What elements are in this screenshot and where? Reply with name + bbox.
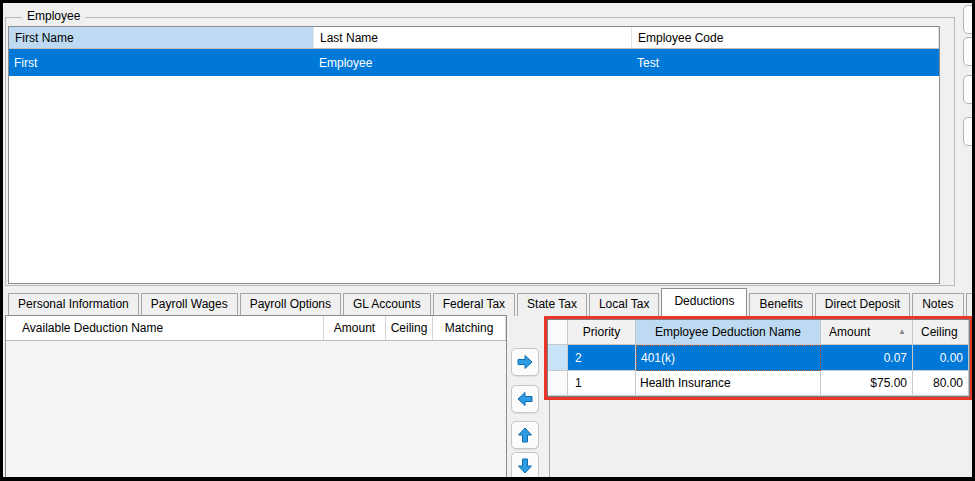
employee-list: First Name Last Name Employee Code First… (8, 26, 940, 284)
employee-deductions-grid: Priority Employee Deduction Name Amount … (547, 319, 970, 397)
tab-payroll-options[interactable]: Payroll Options (240, 293, 341, 316)
arrow-left-icon (515, 389, 535, 409)
employee-last-name-cell[interactable]: Employee (314, 49, 632, 76)
payroll-employee-window: Employee First Name Last Name Employee C… (0, 0, 975, 481)
column-header-avail-ceiling[interactable]: Ceiling (386, 316, 433, 340)
tab-direct-deposit[interactable]: Direct Deposit (815, 293, 910, 316)
row-selector[interactable] (548, 371, 568, 396)
side-button-3[interactable] (963, 75, 975, 104)
arrow-up-icon (515, 425, 535, 445)
move-left-button[interactable] (511, 385, 539, 413)
amount-header-label: Amount (829, 325, 870, 339)
tab-checks[interactable]: Checks (966, 293, 975, 316)
ceiling-cell[interactable]: 0.00 (913, 345, 969, 371)
column-header-avail-matching[interactable]: Matching (433, 316, 506, 340)
column-header-avail-amount[interactable]: Amount (324, 316, 386, 340)
tab-state-tax[interactable]: State Tax (517, 293, 587, 316)
grid-corner-cell[interactable] (548, 320, 568, 345)
amount-cell[interactable]: $75.00 (821, 371, 913, 396)
priority-cell[interactable]: 2 (568, 345, 636, 371)
move-down-button[interactable] (511, 452, 539, 480)
employee-first-name-cell[interactable]: First (9, 49, 314, 76)
column-header-employee-code[interactable]: Employee Code (632, 27, 939, 48)
column-header-deduction-name[interactable]: Employee Deduction Name (636, 320, 821, 345)
available-deductions-header: Available Deduction Name Amount Ceiling … (6, 316, 506, 341)
tab-personal-information[interactable]: Personal Information (8, 293, 139, 316)
tab-federal-tax[interactable]: Federal Tax (433, 293, 515, 316)
move-right-button[interactable] (511, 348, 539, 376)
employee-list-header: First Name Last Name Employee Code (9, 27, 939, 49)
deduction-name-cell[interactable]: 401(k) (636, 345, 821, 371)
column-header-last-name[interactable]: Last Name (314, 27, 632, 48)
tab-local-tax[interactable]: Local Tax (589, 293, 659, 316)
side-button-4[interactable] (963, 117, 975, 146)
grid-left-border-extension (549, 399, 550, 480)
available-deductions-body[interactable] (6, 341, 506, 481)
employee-groupbox-label: Employee (22, 9, 85, 24)
side-button-2[interactable] (963, 37, 975, 66)
tab-strip: Personal Information Payroll Wages Payro… (8, 288, 975, 316)
available-deductions-list: Available Deduction Name Amount Ceiling … (5, 315, 507, 481)
tab-gl-accounts[interactable]: GL Accounts (343, 293, 431, 316)
sort-asc-icon: ▲ (898, 328, 906, 336)
side-button-1[interactable] (963, 5, 975, 34)
column-header-available-deduction-name[interactable]: Available Deduction Name (6, 316, 324, 340)
tab-notes[interactable]: Notes (912, 293, 963, 316)
employee-row[interactable]: First Employee Test (9, 49, 939, 76)
arrow-right-icon (515, 352, 535, 372)
row-selector[interactable] (548, 345, 568, 371)
column-header-ceiling[interactable]: Ceiling (913, 320, 969, 345)
amount-cell[interactable]: 0.07 (821, 345, 913, 371)
tab-deductions[interactable]: Deductions (661, 288, 747, 316)
column-header-first-name[interactable]: First Name (9, 27, 314, 48)
move-up-button[interactable] (511, 421, 539, 449)
column-header-priority[interactable]: Priority (568, 320, 636, 345)
tab-payroll-wages[interactable]: Payroll Wages (141, 293, 238, 316)
ceiling-cell[interactable]: 80.00 (913, 371, 969, 396)
tab-benefits[interactable]: Benefits (749, 293, 812, 316)
column-header-amount[interactable]: Amount ▲ (821, 320, 913, 345)
deduction-name-cell[interactable]: Health Insurance (636, 371, 821, 396)
arrow-down-icon (515, 456, 535, 476)
priority-cell[interactable]: 1 (568, 371, 636, 396)
deductions-grid-highlight: Priority Employee Deduction Name Amount … (544, 316, 973, 400)
employee-code-cell[interactable]: Test (632, 49, 939, 76)
